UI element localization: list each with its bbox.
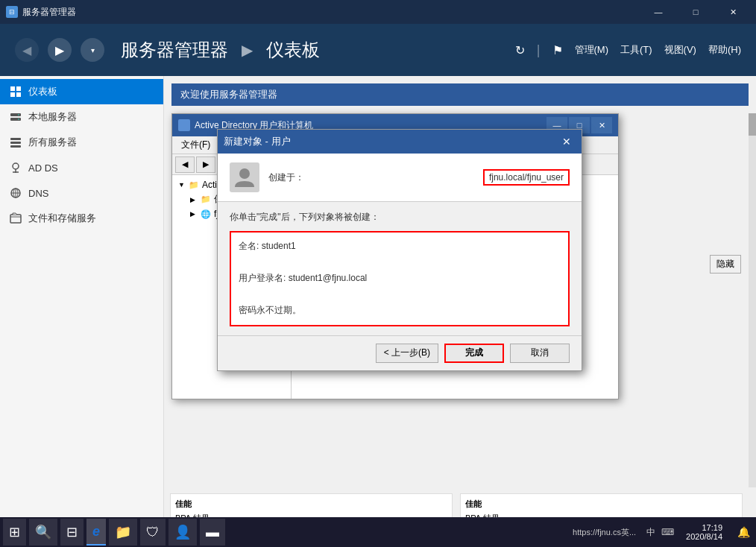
scrollbar[interactable] bbox=[749, 113, 756, 487]
ad-close-button[interactable]: ✕ bbox=[591, 117, 612, 133]
svg-rect-18 bbox=[10, 215, 21, 223]
taskview-icon: ⊟ bbox=[66, 524, 78, 540]
new-object-dialog: 新建对象 - 用户 ✕ 创建于： fjnu.local/fjnu_user bbox=[217, 129, 582, 371]
clock-date: 2020/8/14 bbox=[686, 532, 722, 541]
dns-icon bbox=[9, 186, 22, 200]
finish-button[interactable]: 完成 bbox=[444, 344, 504, 363]
sidebar-item-files[interactable]: 文件和存储服务 bbox=[0, 206, 163, 231]
ie-button[interactable]: e bbox=[86, 519, 106, 546]
svg-rect-10 bbox=[10, 145, 21, 148]
window-title: 服务器管理器 bbox=[22, 6, 76, 19]
dialog-footer: < 上一步(B) 完成 取消 bbox=[218, 335, 582, 370]
ie-icon: e bbox=[92, 524, 100, 540]
svg-point-7 bbox=[18, 118, 19, 120]
scroll-thumb[interactable] bbox=[749, 113, 756, 136]
page-title: 仪表板 bbox=[266, 38, 320, 62]
dialog-path: fjnu.local/fjnu_user bbox=[483, 169, 570, 186]
bottom-card-2-header: 佳能 bbox=[465, 499, 737, 510]
taskbar-right: https://fjnu.cs英... 中 ⌨ 17:19 2020/8/14 … bbox=[568, 523, 753, 541]
menu-view[interactable]: 视图(V) bbox=[664, 43, 696, 57]
svg-rect-8 bbox=[10, 138, 21, 140]
sidebar-item-dashboard[interactable]: 仪表板 bbox=[0, 79, 163, 104]
task-view-button[interactable]: ⊟ bbox=[60, 519, 84, 546]
sidebar-item-label-dns: DNS bbox=[28, 188, 48, 199]
saved-folder-icon: 📁 bbox=[201, 195, 211, 204]
welcome-bar: 欢迎使用服务器管理器 bbox=[171, 83, 749, 106]
sidebar-item-label-files: 文件和存储服务 bbox=[28, 212, 96, 225]
all-servers-icon bbox=[9, 136, 22, 149]
clock-time: 17:19 bbox=[686, 523, 722, 532]
sidebar-item-label-dashboard: 仪表板 bbox=[28, 85, 57, 98]
svg-rect-1 bbox=[16, 86, 21, 91]
app-title: 服务器管理器 bbox=[121, 38, 228, 62]
user-button[interactable]: 👤 bbox=[168, 519, 197, 546]
input-icon: ⌨ bbox=[661, 527, 674, 537]
svg-rect-2 bbox=[10, 92, 15, 97]
shield-button[interactable]: 🛡 bbox=[140, 519, 166, 546]
dialog-title: 新建对象 - 用户 bbox=[224, 135, 558, 148]
sidebar-item-adds[interactable]: AD DS bbox=[0, 155, 163, 180]
cancel-button[interactable]: 取消 bbox=[510, 344, 570, 363]
separator-icon: | bbox=[537, 42, 541, 58]
local-server-icon bbox=[9, 110, 22, 124]
svg-rect-3 bbox=[16, 92, 21, 97]
menu-tools[interactable]: 工具(T) bbox=[620, 43, 652, 57]
notification-text: https://fjnu.cs英... bbox=[568, 527, 640, 538]
svg-point-6 bbox=[18, 114, 19, 116]
sidebar: 仪表板 本地服务器 所有服务器 AD DS bbox=[0, 76, 164, 547]
top-toolbar: ◀ ▶ ▾ 服务器管理器 ▶ 仪表板 ↻ | ⚑ 管理(M) 工具(T) 视图(… bbox=[0, 24, 756, 76]
user-icon bbox=[230, 162, 259, 192]
ad-folder-icon: 📁 bbox=[189, 180, 199, 190]
svg-point-11 bbox=[13, 163, 19, 169]
sidebar-item-label-local: 本地服务器 bbox=[28, 110, 77, 124]
dialog-close-button[interactable]: ✕ bbox=[558, 133, 576, 151]
ad-forward-btn[interactable]: ▶ bbox=[196, 156, 215, 173]
search-button[interactable]: 🔍 bbox=[29, 519, 57, 546]
dialog-header-label: 创建于： bbox=[268, 171, 474, 184]
minimize-button[interactable]: — bbox=[641, 0, 675, 24]
maximize-button[interactable]: □ bbox=[678, 0, 713, 24]
info-line-3: 密码永不过期。 bbox=[239, 303, 561, 319]
notification-center[interactable]: 🔔 bbox=[734, 526, 753, 538]
folder-button[interactable]: 📁 bbox=[109, 519, 137, 546]
extra-icon: ▬ bbox=[206, 525, 219, 540]
app-icon: ⊟ bbox=[6, 6, 18, 18]
back-button[interactable]: < 上一步(B) bbox=[376, 344, 438, 363]
start-button[interactable]: ⊞ bbox=[3, 519, 26, 546]
window-controls: — □ ✕ bbox=[641, 0, 750, 24]
svg-rect-0 bbox=[10, 86, 15, 91]
forward-button[interactable]: ▶ bbox=[48, 38, 72, 62]
tree-arrow: ▼ bbox=[178, 181, 186, 189]
taskbar: ⊞ 🔍 ⊟ e 📁 🛡 👤 ▬ https://fjnu.cs英... 中 ⌨ … bbox=[0, 517, 756, 547]
main-content: 欢迎使用服务器管理器 Active Directory 用户和计算机 — □ ✕ bbox=[164, 76, 756, 547]
back-button[interactable]: ◀ bbox=[15, 38, 39, 62]
close-button[interactable]: ✕ bbox=[716, 0, 750, 24]
taskbar-clock: 17:19 2020/8/14 bbox=[680, 523, 728, 541]
welcome-text: 欢迎使用服务器管理器 bbox=[180, 89, 277, 100]
dialog-header: 创建于： fjnu.local/fjnu_user bbox=[218, 154, 582, 202]
svg-rect-9 bbox=[10, 142, 21, 144]
adds-icon bbox=[9, 161, 22, 174]
dashboard-icon bbox=[9, 85, 22, 98]
hide-button[interactable]: 隐藏 bbox=[710, 255, 741, 274]
toolbar-right: ↻ | ⚑ 管理(M) 工具(T) 视图(V) 帮助(H) bbox=[515, 42, 741, 58]
ad-users-window: Active Directory 用户和计算机 — □ ✕ 文件(F) 操作(A… bbox=[171, 113, 619, 399]
dropdown-button[interactable]: ▾ bbox=[81, 38, 104, 62]
info-line-1: 全名: student1 bbox=[239, 238, 561, 255]
ad-back-btn[interactable]: ◀ bbox=[175, 156, 195, 173]
refresh-icon[interactable]: ↻ bbox=[515, 43, 525, 57]
menu-manage[interactable]: 管理(M) bbox=[575, 43, 609, 57]
folder-icon: 📁 bbox=[115, 524, 131, 540]
sidebar-item-dns[interactable]: DNS bbox=[0, 180, 163, 206]
dialog-instruction: 你单击"完成"后，下列对象将被创建： bbox=[230, 211, 570, 224]
user-icon: 👤 bbox=[174, 524, 191, 540]
extra-button[interactable]: ▬ bbox=[200, 519, 225, 546]
menu-help[interactable]: 帮助(H) bbox=[708, 43, 741, 57]
dialog-titlebar: 新建对象 - 用户 ✕ bbox=[218, 130, 582, 154]
sidebar-item-all-servers[interactable]: 所有服务器 bbox=[0, 130, 163, 155]
content-area: 仪表板 本地服务器 所有服务器 AD DS bbox=[0, 76, 756, 547]
sidebar-item-label-all: 所有服务器 bbox=[28, 136, 77, 149]
sidebar-item-local-server[interactable]: 本地服务器 bbox=[0, 104, 163, 130]
shield-icon: 🛡 bbox=[146, 525, 160, 540]
ad-menu-file[interactable]: 文件(F) bbox=[175, 137, 216, 153]
